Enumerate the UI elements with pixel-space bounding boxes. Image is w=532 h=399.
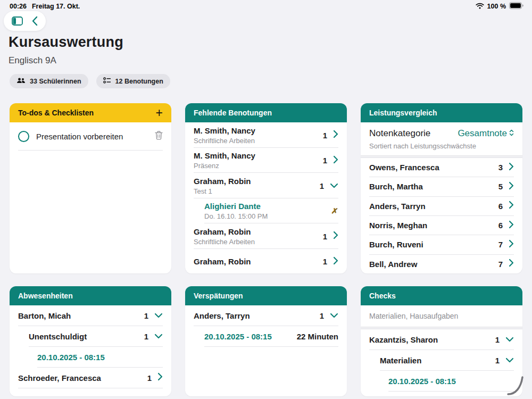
todos-card-title: To-dos & Checklisten — [18, 109, 94, 117]
chevron-right-icon — [509, 220, 514, 231]
page-title: Kursauswertung — [9, 34, 123, 51]
student-name: Burch, Martha — [369, 182, 423, 191]
chevron-right-icon — [509, 162, 514, 173]
student-name: Schroeder, Francesca — [18, 373, 101, 383]
students-badge[interactable]: 33 Schülerinnen — [10, 74, 88, 88]
chevron-down-icon — [154, 331, 163, 341]
lates-card-header: Verspätungen — [185, 286, 347, 305]
page-header: Kursauswertung Englisch 9A — [9, 34, 123, 66]
lates-card: Verspätungen Anders, Tarryn 1 20.10.2025… — [185, 286, 347, 396]
add-todo-button[interactable]: + — [156, 107, 163, 119]
chevron-up-down-icon — [509, 128, 514, 139]
late-date-row[interactable]: 20.10.2025 - 08:15 22 Minuten — [185, 326, 347, 346]
category-picker-value: Gesamtnote — [458, 128, 507, 139]
check-date-row[interactable]: 20.10.2025 - 08:15 — [361, 371, 522, 391]
student-name: M. Smith, Nancy — [194, 151, 255, 160]
count-badge: 1 — [495, 335, 500, 344]
missing-grades-card: Fehlende Benotungen M. Smith, Nancy Schr… — [185, 103, 347, 273]
performance-card-header: Leistungsvergleich — [361, 103, 522, 122]
student-name: M. Smith, Nancy — [194, 126, 255, 135]
check-datetime-link[interactable]: 20.10.2025 - 08:15 — [388, 377, 456, 386]
missing-grade-row[interactable]: Graham, Robin Schriftliche Arbeiten 1 — [185, 223, 347, 248]
trash-icon[interactable] — [155, 131, 163, 142]
todos-card-header: To-dos & Checklisten + — [10, 103, 171, 122]
divider — [18, 388, 163, 388]
status-date: Freitag 17. Okt. — [32, 3, 80, 10]
absence-datetime-link[interactable]: 20.10.2025 - 08:15 — [37, 353, 105, 362]
performance-row[interactable]: Bell, Andrew 7 — [361, 255, 522, 273]
student-name: Graham, Robin — [194, 177, 251, 186]
missing-grade-row-expanded[interactable]: Graham, Robin Test 1 1 — [185, 173, 347, 198]
chevron-right-icon — [333, 155, 338, 166]
count-badge: 1 — [144, 311, 148, 320]
late-datetime-link[interactable]: 20.10.2025 - 08:15 — [204, 332, 272, 341]
gradings-badge[interactable]: 12 Benotungen — [96, 74, 170, 88]
divider — [388, 391, 514, 392]
count-badge: 1 — [323, 131, 327, 140]
divider — [18, 150, 163, 151]
battery-percent: 100 % — [487, 3, 506, 10]
chevron-right-icon — [333, 130, 338, 140]
battery-icon — [509, 2, 523, 11]
grade-category: Test 1 — [194, 187, 251, 195]
chevron-right-icon — [509, 201, 514, 211]
absence-row-expanded[interactable]: Barton, Micah 1 — [10, 305, 171, 326]
divider — [204, 346, 338, 347]
performance-row[interactable]: Burch, Martha 5 — [361, 177, 522, 196]
badge-row: 33 Schülerinnen 12 Benotungen — [10, 74, 170, 88]
student-name: Graham, Robin — [194, 257, 251, 266]
missing-grade-detail-row[interactable]: Alighieri Dante Do. 16.10. 15:00 PM ✗ — [185, 198, 347, 223]
performance-card-title: Leistungsvergleich — [369, 109, 437, 117]
chevron-down-icon — [330, 181, 338, 190]
checks-card: Checks Materialien, Hausaufgaben Kazantz… — [361, 286, 522, 396]
wifi-icon — [476, 3, 484, 11]
todos-card: To-dos & Checklisten + Presentation vorb… — [10, 103, 171, 273]
chevron-down-icon — [505, 355, 514, 365]
missing-grade-row[interactable]: Graham, Robin 1 — [185, 248, 347, 273]
check-categories-label: Materialien, Hausaufgaben — [361, 305, 522, 327]
student-name: Norris, Meghan — [369, 221, 427, 230]
grade-category: Schriftliche Arbeiten — [194, 137, 255, 145]
count-badge: 1 — [320, 181, 324, 190]
absence-date-row[interactable]: 20.10.2025 - 08:15 — [10, 347, 171, 367]
category-picker[interactable]: Gesamtnote — [458, 128, 514, 139]
sidebar-toggle-button[interactable] — [12, 16, 23, 26]
late-row-expanded[interactable]: Anders, Tarryn 1 — [185, 305, 347, 326]
missing-grades-card-title: Fehlende Benotungen — [194, 109, 272, 117]
page-subtitle: Englisch 9A — [9, 55, 123, 66]
student-name: Owens, Francesca — [369, 163, 439, 172]
grade-value: 6 — [498, 221, 503, 230]
todo-checkbox[interactable] — [18, 131, 29, 142]
missing-grade-row[interactable]: M. Smith, Nancy Präsenz 1 — [185, 147, 347, 172]
chevron-right-icon — [157, 372, 163, 383]
chevron-down-icon — [154, 311, 163, 320]
performance-row[interactable]: Anders, Tarryn 6 — [361, 197, 522, 215]
chevron-down-icon — [330, 311, 338, 320]
grade-value: 5 — [498, 182, 503, 191]
performance-card: Leistungsvergleich Notenkategorie Gesamt… — [361, 103, 522, 273]
missing-grade-row[interactable]: M. Smith, Nancy Schriftliche Arbeiten 1 — [185, 122, 347, 147]
count-badge: 1 — [320, 311, 324, 320]
back-chevron-button[interactable] — [31, 16, 38, 26]
count-badge: 1 — [323, 257, 327, 266]
performance-row[interactable]: Burch, Ruveni 7 — [361, 235, 522, 254]
check-row-expanded[interactable]: Kazantzis, Sharon 1 — [361, 329, 522, 350]
grade-value: 7 — [498, 260, 503, 269]
student-name: Barton, Micah — [18, 311, 71, 320]
performance-row[interactable]: Owens, Francesca 3 — [361, 158, 522, 177]
count-badge: 1 — [323, 232, 327, 241]
count-badge: 1 — [147, 373, 152, 383]
check-type-label: Materialien — [380, 356, 421, 365]
checks-card-header: Checks — [361, 286, 522, 305]
absences-card-title: Abwesenheiten — [18, 292, 73, 300]
absence-type-row-expanded[interactable]: Unentschuldigt 1 — [10, 326, 171, 346]
student-name: Burch, Ruveni — [369, 240, 423, 249]
performance-row[interactable]: Norris, Meghan 6 — [361, 216, 522, 235]
check-type-row-expanded[interactable]: Materialien 1 — [361, 350, 522, 370]
gradings-badge-label: 12 Benotungen — [115, 78, 163, 85]
student-name: Anders, Tarryn — [194, 311, 250, 320]
absence-row[interactable]: Schroeder, Francesca 1 — [10, 368, 171, 388]
count-badge: 1 — [323, 156, 327, 165]
todo-item[interactable]: Presentation vorbereiten — [10, 122, 171, 150]
grade-value: 6 — [498, 202, 503, 211]
